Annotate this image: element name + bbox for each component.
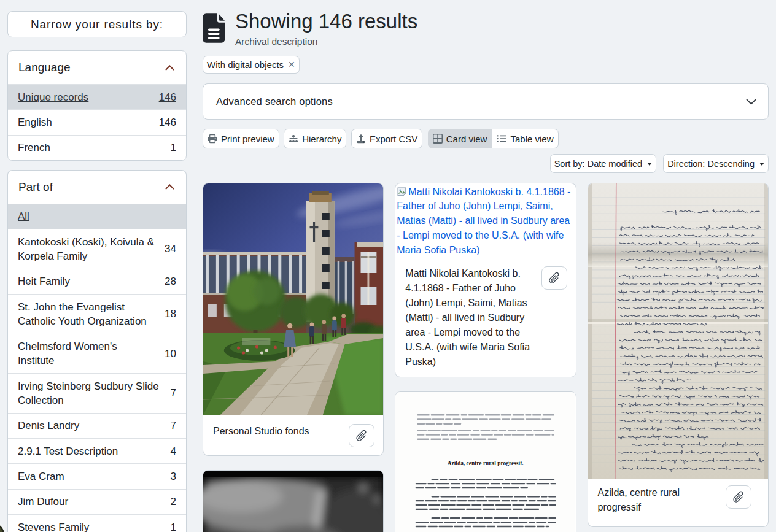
svg-text:Azilda, centre rural progressi: Azilda, centre rural progressif. [448,460,524,466]
